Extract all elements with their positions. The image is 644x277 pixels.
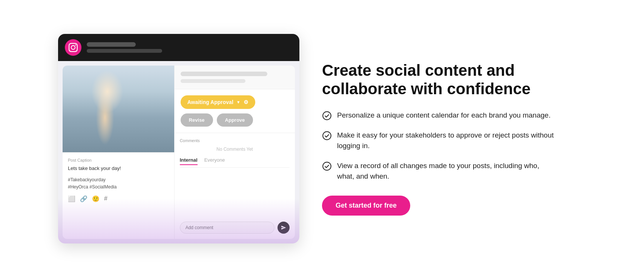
comment-input[interactable] xyxy=(180,222,274,234)
cta-button[interactable]: Get started for free xyxy=(322,196,410,216)
feature-text-1: Personalize a unique content calendar fo… xyxy=(337,110,550,121)
mock-no-comments-text: No Comments Yet xyxy=(180,147,290,152)
check-circle-icon-3 xyxy=(322,161,332,171)
mock-approval-area: Awaiting Approval ▼ ⚙ Revise Approve xyxy=(175,89,295,133)
mock-topbar-line2 xyxy=(87,49,162,53)
mock-caption-label: Post Caption xyxy=(68,158,169,162)
feature-item-3: View a record of all changes made to you… xyxy=(322,161,556,182)
feature-text-2: Make it easy for your stakeholders to ap… xyxy=(337,130,556,152)
mock-caption-icons: ⬜ 🔗 🙂 # xyxy=(68,195,169,202)
page-headline: Create social content and collaborate wi… xyxy=(322,61,556,98)
tab-internal[interactable]: Internal xyxy=(180,157,198,165)
dropdown-arrow-icon: ▼ xyxy=(236,100,241,104)
svg-point-1 xyxy=(323,132,331,140)
check-circle-icon-2 xyxy=(322,131,332,141)
mock-right-top xyxy=(175,66,295,89)
tab-everyone[interactable]: Everyone xyxy=(204,157,225,165)
mock-post-image xyxy=(63,66,174,152)
mock-left-panel: Post Caption Lets take back your day! #T… xyxy=(63,66,174,239)
right-content: Create social content and collaborate wi… xyxy=(322,61,556,215)
instagram-icon xyxy=(65,39,81,56)
mock-right-panel: Awaiting Approval ▼ ⚙ Revise Approve Com… xyxy=(174,66,295,239)
mock-topbar xyxy=(58,34,299,61)
mock-topbar-line1 xyxy=(87,42,136,47)
mock-topbar-text xyxy=(87,42,162,53)
mock-gray-bar1 xyxy=(181,72,267,76)
feature-list: Personalize a unique content calendar fo… xyxy=(322,110,556,182)
svg-point-2 xyxy=(323,162,331,170)
awaiting-approval-button[interactable]: Awaiting Approval ▼ ⚙ xyxy=(181,95,255,109)
mock-photo-bg xyxy=(63,66,174,152)
revise-button[interactable]: Revise xyxy=(181,113,213,127)
awaiting-label: Awaiting Approval xyxy=(187,99,233,105)
mock-comments-area: Comments No Comments Yet Internal Everyo… xyxy=(175,133,295,239)
mock-comments-label: Comments xyxy=(180,138,290,143)
mock-caption-area: Post Caption Lets take back your day! #T… xyxy=(63,152,174,208)
mock-ui-card: Post Caption Lets take back your day! #T… xyxy=(58,34,299,243)
emoji-icon[interactable]: 🙂 xyxy=(92,195,100,202)
mock-comment-input-row xyxy=(180,222,290,234)
settings-gear-icon: ⚙ xyxy=(244,99,248,105)
check-circle-icon-1 xyxy=(322,111,332,121)
mock-caption-hashtags: #Takebackyourday#HeyOrca #SocialMedia xyxy=(68,176,169,191)
page-container: Post Caption Lets take back your day! #T… xyxy=(58,34,586,243)
mock-caption-text: Lets take back your day! xyxy=(68,165,169,172)
feature-text-3: View a record of all changes made to you… xyxy=(337,161,556,182)
copy-icon[interactable]: ⬜ xyxy=(68,195,75,202)
mock-gray-bar2 xyxy=(181,79,245,83)
send-comment-button[interactable] xyxy=(278,222,290,234)
hashtag-icon[interactable]: # xyxy=(104,195,107,202)
link-icon[interactable]: 🔗 xyxy=(80,195,87,202)
svg-point-0 xyxy=(323,112,331,120)
mock-comment-tabs: Internal Everyone xyxy=(180,157,290,168)
mock-action-buttons: Revise Approve xyxy=(181,113,289,127)
feature-item-2: Make it easy for your stakeholders to ap… xyxy=(322,130,556,152)
approve-button[interactable]: Approve xyxy=(217,113,253,127)
mock-content: Post Caption Lets take back your day! #T… xyxy=(63,66,295,239)
feature-item-1: Personalize a unique content calendar fo… xyxy=(322,110,556,121)
